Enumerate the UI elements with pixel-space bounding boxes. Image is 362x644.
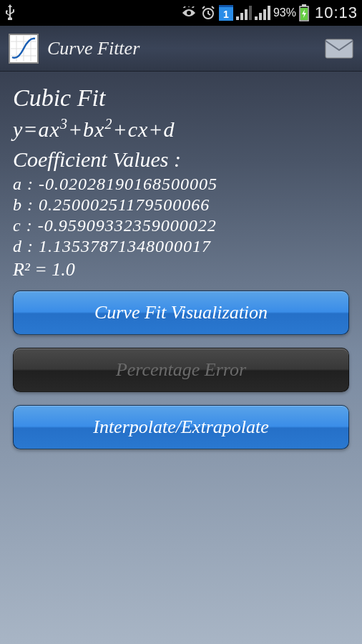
coef-b: b : 0.25000251179500066 <box>13 195 349 215</box>
content: Cubic Fit y=ax3+bx2+cx+d Coefficient Val… <box>0 72 362 462</box>
calendar-day: 1 <box>223 9 229 20</box>
percentage-error-button[interactable]: Percentage Error <box>13 348 349 392</box>
eye-icon <box>180 6 197 19</box>
coefficient-header: Coefficient Values : <box>13 147 349 172</box>
battery-charging-icon <box>299 4 309 21</box>
coef-d: d : 1.13537871348000017 <box>13 237 349 256</box>
status-right: 1 93% 10:13 <box>180 4 358 22</box>
svg-rect-8 <box>326 39 353 58</box>
battery-percent: 93% <box>273 6 296 19</box>
svg-rect-5 <box>302 4 306 6</box>
coef-a: a : -0.02028190168500005 <box>13 175 349 194</box>
usb-icon <box>4 4 16 21</box>
app-header: Curve Fitter <box>0 26 362 72</box>
status-bar: 1 93% 10:13 <box>0 0 362 26</box>
svg-point-1 <box>188 6 190 7</box>
alarm-icon <box>200 5 216 21</box>
svg-point-0 <box>184 6 185 8</box>
interpolate-button[interactable]: Interpolate/Extrapolate <box>13 405 349 449</box>
equation: y=ax3+bx2+cx+d <box>13 116 349 142</box>
calendar-icon: 1 <box>219 5 233 21</box>
svg-point-2 <box>192 6 194 8</box>
signal-icon-1 <box>236 6 252 20</box>
clock: 10:13 <box>315 4 358 22</box>
coef-c: c : -0.95909332359000022 <box>13 216 349 235</box>
visualize-button[interactable]: Curve Fit Visualization <box>13 291 349 335</box>
fit-title: Cubic Fit <box>13 84 349 112</box>
signal-icon-2 <box>255 6 270 20</box>
app-icon <box>9 34 39 64</box>
mail-icon[interactable] <box>325 39 353 59</box>
app-title: Curve Fitter <box>47 38 325 59</box>
r-squared: R² = 1.0 <box>13 259 349 280</box>
status-left <box>4 4 16 21</box>
